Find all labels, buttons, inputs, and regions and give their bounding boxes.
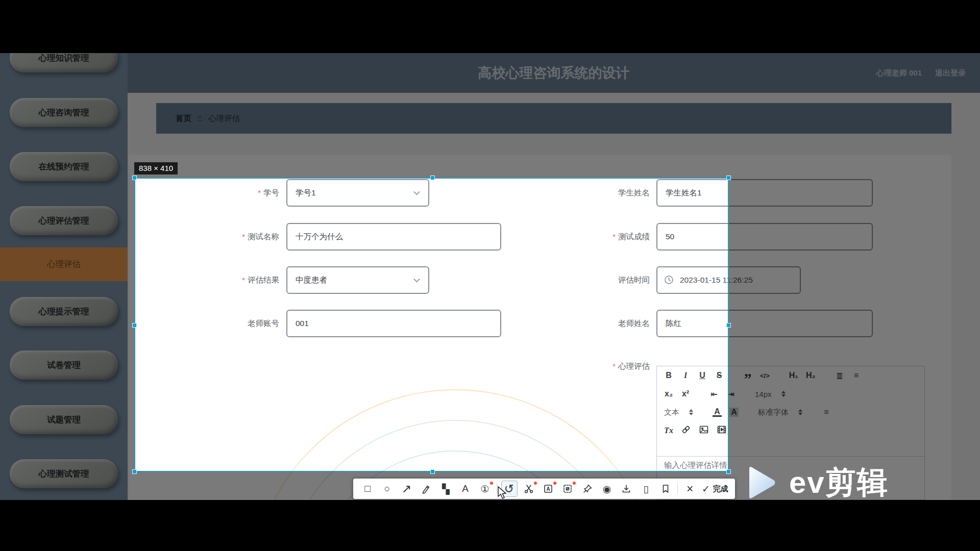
notification-dot	[533, 481, 537, 485]
text-tool-button[interactable]: A	[458, 481, 473, 496]
font-family-dropdown[interactable]: 标准字体	[758, 408, 789, 417]
sidebar-item-questions[interactable]: 试题管理	[10, 405, 118, 434]
notification-dot	[553, 481, 557, 485]
logout-link[interactable]: 退出登录	[935, 68, 966, 78]
ordered-list-button[interactable]: ≣	[835, 371, 844, 381]
bullet-list-button[interactable]: ≡	[852, 371, 861, 380]
pen-tool-button[interactable]	[419, 481, 434, 496]
code-button[interactable]: </>	[760, 372, 770, 380]
cancel-button[interactable]: ×	[682, 481, 698, 496]
play-logo-icon	[741, 463, 781, 503]
check-icon: ✓	[702, 483, 710, 495]
dropdown-arrows-icon	[798, 409, 802, 415]
sidebar-item-papers[interactable]: 试卷管理	[10, 350, 118, 380]
selection-handle-se[interactable]	[726, 469, 731, 474]
selection-handle-n[interactable]	[430, 176, 435, 180]
selection-handle-w[interactable]	[132, 323, 137, 328]
video-frame: 心理知识管理 心理咨询管理 在线预约管理 心理评估管理 心理评估 心理提示管理 …	[0, 0, 980, 551]
highlight-color-button[interactable]: A	[729, 408, 739, 417]
blockquote-button[interactable]: ”	[743, 370, 752, 381]
arrow-tool-button[interactable]: ↗	[399, 481, 414, 496]
notification-dot	[489, 481, 494, 485]
breadcrumb-current: 心理评估	[208, 113, 240, 124]
mosaic-tool-button[interactable]: ▚	[438, 481, 453, 496]
breadcrumb-separator-icon: Ξ	[198, 114, 202, 122]
scroll-capture-button[interactable]	[560, 481, 575, 496]
ocr-translate-button[interactable]: A	[541, 481, 556, 496]
current-user: 心理老师 001	[876, 68, 922, 78]
svg-text:A: A	[547, 486, 550, 492]
sidebar-item-tests[interactable]: 心理测试管理	[10, 459, 118, 488]
font-size-dropdown[interactable]: 14px	[755, 390, 772, 398]
selection-size-label: 838 × 410	[134, 162, 178, 174]
sidebar-item-knowledge[interactable]: 心理知识管理	[10, 53, 118, 72]
sidebar-item-assess-mgmt[interactable]: 心理评估管理	[10, 206, 118, 235]
selection-handle-e[interactable]	[726, 323, 731, 328]
top-header: 高校心理咨询系统的设计 心理老师 001 退出登录	[128, 53, 980, 93]
capture-selection-region[interactable]	[134, 178, 729, 472]
heading2-button[interactable]: H₂	[806, 371, 816, 380]
step-number-tool-button[interactable]: ①	[477, 481, 493, 496]
heading1-button[interactable]: H₁	[789, 371, 798, 380]
download-button[interactable]	[619, 481, 634, 496]
letterbox-bottom	[0, 500, 980, 551]
sidebar-item-assess-active[interactable]: 心理评估	[0, 247, 128, 281]
page-title: 高校心理咨询系统的设计	[128, 53, 980, 93]
breadcrumb-home[interactable]: 首页	[176, 113, 191, 124]
selection-handle-s[interactable]	[430, 469, 435, 474]
notification-dot	[572, 481, 576, 485]
watermark: ev剪辑	[741, 461, 889, 505]
pin-button[interactable]	[580, 481, 595, 496]
scissors-tool-button[interactable]	[521, 481, 536, 496]
sidebar: 心理知识管理 心理咨询管理 在线预约管理 心理评估管理 心理评估 心理提示管理 …	[0, 53, 128, 500]
done-button[interactable]: ✓ 完成	[702, 483, 728, 495]
ellipse-tool-button[interactable]: ○	[379, 481, 395, 496]
sidebar-item-tips[interactable]: 心理提示管理	[10, 297, 118, 326]
toolbar-separator	[677, 483, 678, 494]
selection-handle-sw[interactable]	[132, 469, 137, 474]
mouse-cursor	[498, 486, 507, 500]
selection-handle-ne[interactable]	[726, 176, 731, 180]
align-button[interactable]: ≡	[822, 408, 831, 417]
screenshot-toolbar: □ ○ ↗ ▚ A ① ↺ A ◉ ▯ × ✓ 完成	[353, 479, 735, 499]
selection-handle-nw[interactable]	[132, 176, 137, 180]
letterbox-top	[0, 0, 980, 53]
dropdown-arrows-icon	[781, 391, 786, 397]
send-to-phone-button[interactable]: ▯	[639, 481, 654, 496]
bookmark-button[interactable]	[658, 481, 673, 496]
rectangle-tool-button[interactable]: □	[360, 481, 375, 496]
breadcrumb: 首页 Ξ 心理评估	[156, 103, 951, 134]
sidebar-item-counsel[interactable]: 心理咨询管理	[10, 98, 118, 127]
record-button[interactable]: ◉	[599, 481, 615, 496]
watermark-text: ev剪辑	[789, 462, 889, 504]
sidebar-item-booking[interactable]: 在线预约管理	[10, 152, 118, 181]
